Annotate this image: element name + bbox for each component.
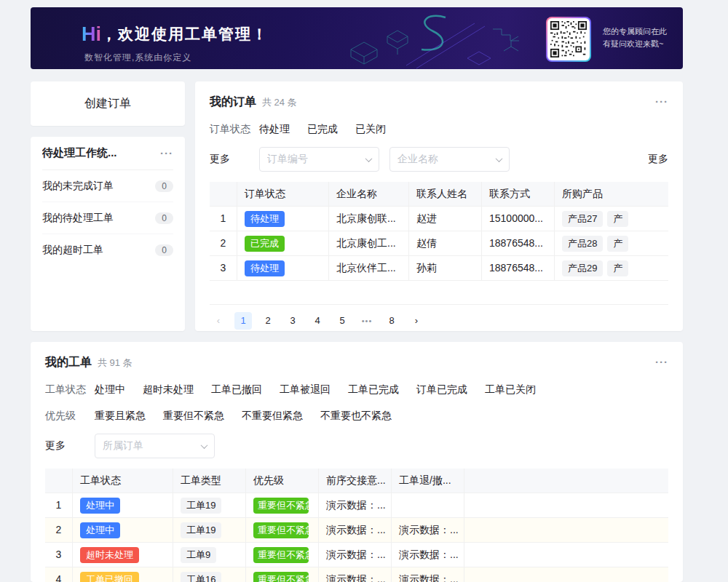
filter-option-not-important-urgent[interactable]: 不重要但紧急 xyxy=(242,410,303,423)
filter-option-overtime[interactable]: 超时未处理 xyxy=(143,383,194,396)
priority-filter-label: 优先级 xyxy=(45,410,95,423)
pagination-next-icon[interactable]: › xyxy=(408,312,425,330)
workorder-table-row[interactable]: 4 工单已撤回 工单16 重要但不紧急 演示数据：... 演示数据：... xyxy=(45,567,668,582)
col-filler xyxy=(464,469,668,493)
col-product: 所购产品 xyxy=(555,182,668,206)
workorder-status-filter-row: 工单状态 处理中 超时未处理 工单已撤回 工单被退回 工单已完成 订单已完成 工… xyxy=(45,383,668,396)
order-number-select[interactable]: 订单编号 xyxy=(259,147,379,172)
order-table-row[interactable]: 1 待处理 北京康创联... 赵进 15100000... 产品27产 xyxy=(210,207,668,231)
more-filters-label[interactable]: 更多 xyxy=(45,439,95,453)
cell-product: 产品29产 xyxy=(555,256,668,280)
filter-option-returned[interactable]: 工单被退回 xyxy=(280,383,331,396)
cell-contact: 孙莉 xyxy=(409,256,482,280)
filter-option-wo-closed[interactable]: 工单已关闭 xyxy=(485,383,536,396)
count-badge: 0 xyxy=(155,212,173,224)
filter-option-pending[interactable]: 待处理 xyxy=(259,123,290,136)
cell-status: 已完成 xyxy=(237,231,329,255)
parent-order-placeholder: 所属订单 xyxy=(103,439,202,453)
cell-withdraw: 演示数据：... xyxy=(392,567,464,582)
filter-option-order-completed[interactable]: 订单已完成 xyxy=(416,383,467,396)
stats-item-pending-workorders[interactable]: 我的待处理工单 0 xyxy=(42,202,173,234)
stats-card-header: 待处理工作统... ··· xyxy=(42,137,173,170)
more-filters-label[interactable]: 更多 xyxy=(210,153,259,166)
orders-table: 订单状态 企业名称 联系人姓名 联系方式 所购产品 1 待处理 北京康创联...… xyxy=(210,182,668,305)
cell-type: 工单19 xyxy=(173,518,246,542)
ellipsis-menu-icon[interactable]: ··· xyxy=(655,95,668,108)
cell-handover: 演示数据：... xyxy=(319,518,392,542)
workorder-table-row[interactable]: 1 处理中 工单19 重要但不紧急 演示数据：... xyxy=(45,493,668,518)
stats-item-overtime-workorders[interactable]: 我的超时工单 0 xyxy=(42,234,173,266)
col-index-header xyxy=(45,469,73,493)
pagination-page-5[interactable]: 5 xyxy=(333,312,351,330)
col-contact: 联系人姓名 xyxy=(409,182,482,206)
col-wo-status: 工单状态 xyxy=(73,469,173,493)
priority-filter-row: 优先级 重要且紧急 重要但不紧急 不重要但紧急 不重要也不紧急 xyxy=(45,410,668,423)
count-badge: 0 xyxy=(155,244,173,256)
banner-welcome-text: ，欢迎使用工单管理！ xyxy=(101,25,269,42)
ellipsis-menu-icon[interactable]: ··· xyxy=(655,356,668,368)
stats-item-label: 我的未完成订单 xyxy=(42,180,114,193)
order-number-placeholder: 订单编号 xyxy=(267,153,366,166)
workorder-status-filter-label: 工单状态 xyxy=(45,383,95,396)
filter-option-processing[interactable]: 处理中 xyxy=(95,383,125,396)
my-orders-panel: 我的订单 共 24 条 ··· 订单状态 待处理 已完成 已关闭 更多 订单编号… xyxy=(195,81,683,331)
cell-withdraw: 演示数据：... xyxy=(392,518,464,542)
pagination-page-1[interactable]: 1 xyxy=(234,312,252,330)
orders-table-header: 订单状态 企业名称 联系人姓名 联系方式 所购产品 xyxy=(210,182,668,207)
cell-type: 工单19 xyxy=(173,493,246,517)
cell-status: 工单已撤回 xyxy=(73,567,173,582)
order-table-row[interactable]: 3 待处理 北京伙伴工... 孙莉 18876548... 产品29产 xyxy=(210,256,668,281)
qr-caption-line2: 有疑问欢迎来戳~ xyxy=(603,38,667,50)
filter-option-closed[interactable]: 已关闭 xyxy=(355,123,386,136)
product-tag: 产 xyxy=(607,260,628,276)
cell-filler xyxy=(464,518,668,542)
cell-phone: 15100000... xyxy=(482,207,555,231)
workorder-table-row[interactable]: 2 处理中 工单19 重要但不紧急 演示数据：... 演示数据：... xyxy=(45,518,668,543)
ellipsis-menu-icon[interactable]: ··· xyxy=(160,147,173,159)
pagination-jump-icon[interactable]: ••• xyxy=(358,312,376,330)
more-link[interactable]: 更多 xyxy=(648,153,668,166)
col-handover: 前序交接意... xyxy=(319,469,392,493)
filter-option-not-important-not-urgent[interactable]: 不重要也不紧急 xyxy=(320,410,392,423)
status-badge: 处理中 xyxy=(80,522,120,538)
banner-hi-text: Hi xyxy=(82,23,101,45)
filter-option-completed[interactable]: 已完成 xyxy=(307,123,338,136)
cell-priority: 重要但不紧急 xyxy=(246,567,319,582)
type-tag: 工单19 xyxy=(181,522,221,538)
company-name-select[interactable]: 企业名称 xyxy=(389,147,510,172)
qr-code-pattern xyxy=(550,21,587,57)
status-badge: 超时未处理 xyxy=(80,547,139,563)
row-index: 1 xyxy=(210,207,237,231)
stats-item-unfinished-orders[interactable]: 我的未完成订单 0 xyxy=(42,170,173,202)
filter-option-important-urgent[interactable]: 重要且紧急 xyxy=(95,410,146,423)
filter-option-recalled[interactable]: 工单已撤回 xyxy=(211,383,262,396)
priority-badge: 重要但不紧急 xyxy=(253,572,309,582)
stats-item-label: 我的待处理工单 xyxy=(42,212,114,225)
pagination-page-8[interactable]: 8 xyxy=(383,312,400,330)
pagination-page-2[interactable]: 2 xyxy=(259,312,277,330)
create-order-button[interactable]: 创建订单 xyxy=(31,81,185,126)
row-index: 3 xyxy=(210,256,237,280)
pagination-page-4[interactable]: 4 xyxy=(309,312,326,330)
cell-status: 超时未处理 xyxy=(73,543,173,567)
row-index: 2 xyxy=(210,231,237,255)
order-table-row[interactable]: 2 已完成 北京康创工... 赵倩 18876548... 产品28产 xyxy=(210,231,668,256)
product-tag: 产品29 xyxy=(562,260,603,276)
workorders-panel-header: 我的工单 共 91 条 ··· xyxy=(45,355,668,370)
cell-company: 北京康创联... xyxy=(329,207,409,231)
workorders-count: 共 91 条 xyxy=(98,356,132,370)
status-badge: 处理中 xyxy=(80,498,120,514)
row-index: 1 xyxy=(45,493,73,517)
pagination-prev-icon[interactable]: ‹ xyxy=(210,312,227,330)
filter-option-important-not-urgent[interactable]: 重要但不紧急 xyxy=(163,410,224,423)
cell-withdraw: 演示数据：... xyxy=(392,543,464,567)
company-name-placeholder: 企业名称 xyxy=(397,153,496,166)
workorder-table-row[interactable]: 3 超时未处理 工单9 重要但不紧急 演示数据：... 演示数据：... xyxy=(45,543,668,567)
parent-order-select[interactable]: 所属订单 xyxy=(95,434,215,458)
cell-type: 工单16 xyxy=(173,567,246,582)
pagination-page-3[interactable]: 3 xyxy=(284,312,301,330)
filter-option-wo-completed[interactable]: 工单已完成 xyxy=(348,383,399,396)
workorders-table-header: 工单状态 工单类型 优先级 前序交接意... 工单退/撤... xyxy=(45,469,668,493)
chevron-down-icon xyxy=(496,155,503,162)
orders-more-filter-row: 更多 订单编号 企业名称 更多 xyxy=(210,147,668,172)
